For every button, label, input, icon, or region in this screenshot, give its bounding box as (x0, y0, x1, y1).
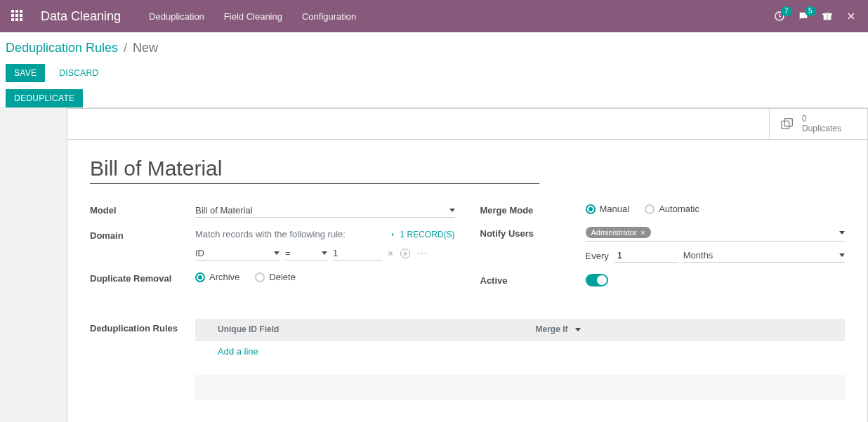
app-brand: Data Cleaning (41, 9, 121, 24)
breadcrumb: Deduplication Rules / New (6, 41, 862, 55)
subtable-footer (195, 375, 845, 400)
model-value: Bill of Material (195, 205, 447, 216)
label-every: Every (586, 251, 609, 261)
model-select[interactable]: Bill of Material (195, 204, 455, 218)
apps-icon[interactable] (11, 10, 24, 22)
merge-automatic-radio[interactable]: Automatic (645, 204, 699, 214)
arrow-right-icon (388, 231, 395, 238)
domain-records-link[interactable]: 1 RECORD(S) (388, 230, 454, 239)
deduplicate-button[interactable]: DEDUPLICATE (6, 89, 83, 107)
every-unit-select[interactable]: Months (683, 249, 845, 263)
chevron-down-icon (449, 209, 455, 212)
label-dedup-rules: Deduplication Rules (90, 319, 195, 334)
svg-rect-4 (784, 118, 792, 126)
domain-summary-text: Match records with the following rule: (195, 229, 346, 239)
gift-icon[interactable] (822, 11, 833, 22)
col-unique-id: Unique ID Field (195, 319, 527, 340)
control-panel: Deduplication Rules / New SAVE DISCARD D… (0, 32, 868, 108)
duplicates-icon (780, 117, 795, 132)
stat-label: Duplicates (802, 124, 841, 133)
activity-icon[interactable]: 7 (774, 11, 785, 22)
every-value-input[interactable] (614, 249, 678, 263)
top-nav: Data Cleaning Deduplication Field Cleani… (0, 0, 868, 32)
chevron-down-icon (575, 328, 581, 331)
label-model: Model (90, 204, 195, 216)
col-merge-if: Merge If (527, 319, 846, 340)
domain-field-select[interactable]: ID (195, 246, 280, 261)
stat-count: 0 (802, 114, 841, 124)
save-button[interactable]: SAVE (6, 64, 45, 82)
domain-value-input[interactable]: 1 (333, 246, 382, 261)
domain-remove-icon[interactable]: × (388, 248, 393, 259)
nav-deduplication[interactable]: Deduplication (149, 11, 204, 22)
active-toggle[interactable] (586, 274, 608, 286)
discard-button[interactable]: DISCARD (59, 68, 98, 78)
label-domain: Domain (90, 229, 195, 241)
label-notify-users: Notify Users (480, 227, 586, 239)
domain-operator-select[interactable]: = (285, 246, 327, 261)
add-line-link[interactable]: Add a line (195, 341, 845, 362)
removal-delete-radio[interactable]: Delete (255, 272, 296, 282)
nav-field-cleaning[interactable]: Field Cleaning (224, 11, 282, 22)
breadcrumb-root[interactable]: Deduplication Rules (6, 41, 118, 55)
messaging-badge: 5 (805, 6, 816, 16)
chevron-down-icon (839, 253, 845, 257)
merge-manual-radio[interactable]: Manual (586, 204, 630, 214)
removal-archive-radio[interactable]: Archive (195, 272, 239, 282)
nav-configuration[interactable]: Configuration (302, 11, 356, 22)
chevron-down-icon (322, 251, 327, 255)
domain-add-icon[interactable]: + (400, 249, 410, 258)
activity-badge: 7 (781, 6, 792, 16)
close-icon[interactable] (846, 11, 857, 22)
label-active: Active (480, 274, 586, 286)
svg-rect-3 (782, 121, 789, 128)
tag-remove-icon[interactable]: × (640, 228, 645, 237)
domain-more-icon[interactable]: ⋯ (417, 248, 427, 259)
notify-users-select[interactable]: Administrator × (586, 227, 846, 242)
label-merge-mode: Merge Mode (480, 204, 586, 216)
messaging-icon[interactable]: 5 (798, 11, 809, 22)
subtable-header: Unique ID Field Merge If (195, 319, 845, 341)
breadcrumb-current: New (133, 41, 158, 55)
breadcrumb-sep: / (124, 41, 127, 55)
form-sheet: 0 Duplicates Model Bill of Material (67, 108, 868, 422)
notify-user-tag: Administrator × (586, 227, 651, 238)
chevron-down-icon (274, 251, 280, 255)
rule-name-input[interactable] (90, 157, 539, 184)
stat-duplicates[interactable]: 0 Duplicates (769, 109, 867, 139)
label-duplicate-removal: Duplicate Removal (90, 272, 195, 284)
chevron-down-icon (839, 231, 845, 235)
